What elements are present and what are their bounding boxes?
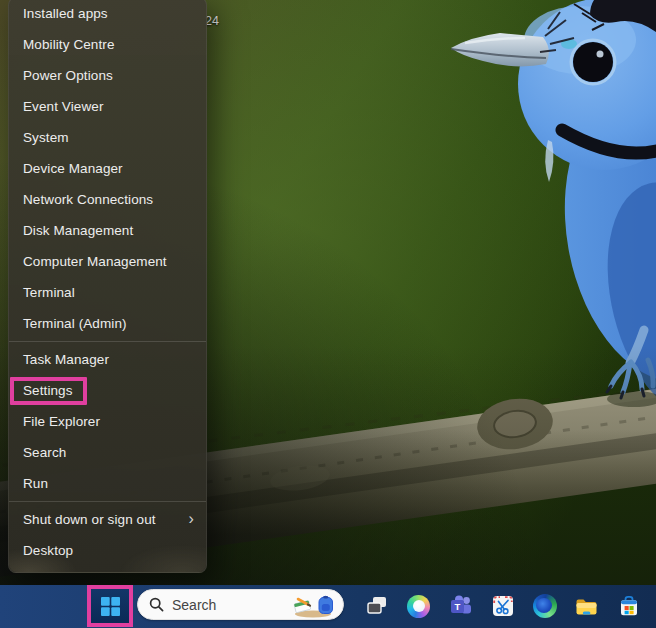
task-view-icon bbox=[365, 594, 389, 618]
menu-item-label: Network Connections bbox=[23, 192, 153, 207]
menu-item-label: Device Manager bbox=[23, 161, 123, 176]
file-explorer-button[interactable] bbox=[573, 590, 600, 622]
menu-item-label: Terminal (Admin) bbox=[23, 316, 127, 331]
teams-button[interactable]: T bbox=[447, 590, 474, 622]
teams-icon: T bbox=[449, 594, 473, 618]
menu-item-label: File Explorer bbox=[23, 414, 100, 429]
microsoft-store-icon bbox=[617, 594, 641, 618]
menu-item-label: Power Options bbox=[23, 68, 113, 83]
menu-item-label: Search bbox=[23, 445, 66, 460]
task-view-button[interactable] bbox=[363, 590, 390, 622]
menu-item-network-connections[interactable]: Network Connections bbox=[9, 184, 206, 215]
snipping-tool-button[interactable] bbox=[489, 590, 516, 622]
menu-item-label: Settings bbox=[10, 377, 87, 405]
menu-item-label: Event Viewer bbox=[23, 99, 104, 114]
menu-item-label: Terminal bbox=[23, 285, 75, 300]
snipping-tool-icon bbox=[491, 594, 515, 618]
menu-item-label: Disk Management bbox=[23, 223, 133, 238]
copilot-icon bbox=[407, 595, 430, 618]
taskbar-icons: T bbox=[363, 590, 642, 622]
menu-item-mobility-centre[interactable]: Mobility Centre bbox=[9, 29, 206, 60]
start-button-annotation bbox=[87, 585, 133, 627]
menu-item-terminal[interactable]: Terminal bbox=[9, 277, 206, 308]
menu-item-label: System bbox=[23, 130, 69, 145]
taskbar: Search bbox=[0, 585, 656, 628]
menu-divider bbox=[9, 501, 206, 502]
menu-item-label: Task Manager bbox=[23, 352, 109, 367]
taskbar-search[interactable]: Search bbox=[137, 589, 344, 620]
menu-item-settings[interactable]: Settings bbox=[9, 375, 206, 406]
menu-item-shut-down-or-sign-out[interactable]: Shut down or sign out › bbox=[9, 504, 206, 535]
menu-item-label: Computer Management bbox=[23, 254, 167, 269]
edge-button[interactable] bbox=[531, 590, 558, 622]
menu-item-desktop[interactable]: Desktop bbox=[9, 535, 206, 566]
menu-item-task-manager[interactable]: Task Manager bbox=[9, 344, 206, 375]
file-explorer-icon bbox=[574, 594, 599, 618]
search-highlights-icon bbox=[292, 591, 338, 618]
menu-item-label: Shut down or sign out bbox=[23, 512, 156, 527]
menu-item-label: Desktop bbox=[23, 543, 73, 558]
copilot-button[interactable] bbox=[405, 590, 432, 622]
search-icon bbox=[149, 597, 164, 612]
menu-item-installed-apps[interactable]: Installed apps bbox=[9, 0, 206, 29]
menu-item-system[interactable]: System bbox=[9, 122, 206, 153]
desktop: 24 Installed apps Mobility Centre Power … bbox=[0, 0, 656, 628]
menu-item-device-manager[interactable]: Device Manager bbox=[9, 153, 206, 184]
menu-item-label: Run bbox=[23, 476, 48, 491]
menu-item-label: Installed apps bbox=[23, 6, 108, 21]
windows-logo-icon bbox=[101, 597, 120, 616]
search-placeholder: Search bbox=[172, 597, 216, 613]
menu-item-file-explorer[interactable]: File Explorer bbox=[9, 406, 206, 437]
start-button[interactable] bbox=[91, 589, 129, 623]
menu-item-search[interactable]: Search bbox=[9, 437, 206, 468]
menu-item-power-options[interactable]: Power Options bbox=[9, 60, 206, 91]
menu-item-run[interactable]: Run bbox=[9, 468, 206, 499]
winx-menu: Installed apps Mobility Centre Power Opt… bbox=[8, 0, 207, 573]
menu-item-label: Mobility Centre bbox=[23, 37, 115, 52]
microsoft-store-button[interactable] bbox=[615, 590, 642, 622]
menu-item-event-viewer[interactable]: Event Viewer bbox=[9, 91, 206, 122]
menu-item-disk-management[interactable]: Disk Management bbox=[9, 215, 206, 246]
menu-divider bbox=[9, 341, 206, 342]
menu-item-terminal-admin[interactable]: Terminal (Admin) bbox=[9, 308, 206, 339]
svg-text:T: T bbox=[454, 601, 460, 612]
edge-icon bbox=[533, 594, 557, 618]
submenu-chevron-icon: › bbox=[189, 511, 194, 529]
desktop-stray-text: 24 bbox=[205, 14, 219, 28]
menu-item-computer-management[interactable]: Computer Management bbox=[9, 246, 206, 277]
